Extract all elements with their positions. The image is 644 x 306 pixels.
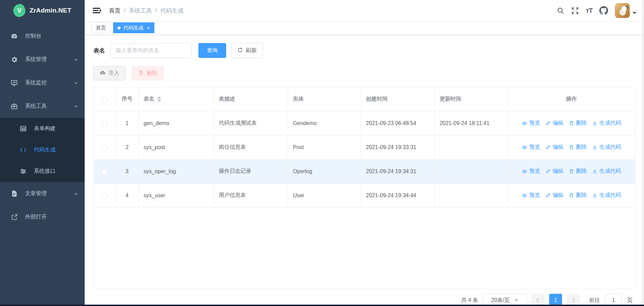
tab-home[interactable]: 首页	[91, 22, 110, 33]
preview-link[interactable]: 预览	[522, 192, 540, 199]
chevron-up-icon	[74, 104, 79, 109]
cell-updated	[435, 159, 508, 183]
cell-updated: 2021-09-24 18:11:41	[435, 111, 508, 135]
prev-page-button[interactable]	[532, 294, 544, 305]
edit-link[interactable]: 编辑	[545, 120, 563, 127]
select-all-checkbox[interactable]	[102, 97, 107, 102]
breadcrumb-home[interactable]: 首页	[109, 7, 121, 15]
close-icon[interactable]: ×	[147, 25, 150, 30]
next-page-button[interactable]	[567, 294, 580, 305]
cell-desc: 岗位信息表	[214, 135, 288, 159]
sidebar-item-label: 系统管理	[25, 56, 47, 63]
fullscreen-icon[interactable]	[571, 7, 579, 15]
cell-created: 2021-09-24 19:33:31	[361, 135, 434, 159]
download-icon	[592, 193, 597, 198]
breadcrumb-separator: /	[124, 7, 126, 14]
app-title: ZrAdmin.NET	[29, 7, 71, 14]
search-icon[interactable]	[557, 7, 564, 15]
chevron-left-icon	[536, 298, 541, 303]
delete-button[interactable]: 删除	[132, 66, 164, 80]
query-button[interactable]: 查询	[198, 43, 226, 58]
chevron-down-icon	[74, 191, 79, 196]
sidebar-item-label: 控制台	[25, 33, 41, 40]
row-checkbox[interactable]	[102, 145, 107, 150]
col-header-entity: 实体	[288, 87, 361, 111]
table-toolbar: 导入 删除	[93, 66, 635, 80]
sidebar-item-system-tools[interactable]: 系统工具	[0, 95, 85, 118]
font-size-icon[interactable]: ᴛT	[586, 7, 593, 15]
sidebar-item-system-api[interactable]: 系统接口	[0, 161, 85, 182]
col-header-name[interactable]: 表名	[139, 87, 214, 111]
logo[interactable]: V ZrAdmin.NET	[0, 0, 85, 21]
app-window: V ZrAdmin.NET 控制台 系统管理	[0, 0, 644, 305]
generate-code-link[interactable]: 生成代码	[592, 168, 621, 175]
sidebar-item-system-manage[interactable]: 系统管理	[0, 48, 85, 71]
tab-code-generation[interactable]: 代码生成 ×	[113, 22, 154, 33]
eye-icon	[522, 193, 527, 198]
page-number-button[interactable]: 1	[549, 294, 562, 305]
sidebar-item-system-monitor[interactable]: 系统监控	[0, 71, 85, 95]
generate-code-link[interactable]: 生成代码	[592, 120, 621, 127]
cell-desc: 用户信息表	[214, 183, 288, 207]
edit-link[interactable]: 编辑	[545, 144, 563, 151]
col-header-actions: 操作	[508, 87, 635, 111]
table-row[interactable]: 3 sys_oper_log 操作日志记录 Operlog 2021-09-24…	[94, 159, 635, 183]
row-checkbox[interactable]	[102, 121, 107, 126]
page-size-select[interactable]: 20条/页	[483, 294, 527, 305]
pagination: 共 4 条 20条/页 1 前往 页	[93, 294, 635, 305]
delete-link[interactable]: 删除	[569, 144, 587, 151]
preview-link[interactable]: 预览	[522, 144, 540, 151]
preview-link[interactable]: 预览	[522, 168, 540, 175]
table-row[interactable]: 4 sys_user 用户信息表 User 2021-09-24 19:34:4…	[94, 183, 635, 207]
table-header-row: 序号 表名 表描述 实体 创建时间 更新时间 操作	[94, 87, 635, 111]
import-button[interactable]: 导入	[93, 66, 126, 80]
delete-link[interactable]: 删除	[569, 192, 587, 199]
github-icon[interactable]	[599, 6, 608, 15]
cell-name: sys_oper_log	[139, 159, 214, 183]
main-area: 首页 / 系统工具 / 代码生成 ᴛT	[85, 0, 644, 305]
download-icon	[592, 145, 597, 150]
sidebar-item-dashboard[interactable]: 控制台	[0, 24, 85, 48]
sidebar-collapse-icon[interactable]	[92, 6, 102, 15]
table-row[interactable]: 2 sys_post 岗位信息表 Post 2021-09-24 19:33:3…	[94, 135, 635, 159]
sidebar-submenu-system-tools: 表单构建 代码生成 系统接口	[0, 118, 85, 182]
window-bottom-edge	[0, 305, 644, 306]
cell-name: sys_user	[139, 183, 214, 207]
eye-icon	[522, 169, 527, 174]
avatar[interactable]	[615, 3, 630, 18]
cell-name: sys_post	[139, 135, 214, 159]
sidebar-item-form-builder[interactable]: 表单构建	[0, 118, 85, 139]
navbar-right: ᴛT	[557, 3, 637, 18]
sidebar-item-label: 代码生成	[34, 146, 56, 154]
cell-updated	[435, 135, 508, 159]
table-row[interactable]: 1 gen_demo 代码生成测试表 Gendemo 2021-09-23 06…	[94, 111, 635, 135]
generate-code-link[interactable]: 生成代码	[592, 192, 621, 199]
preview-link[interactable]: 预览	[522, 120, 540, 127]
chevron-down-icon	[74, 81, 79, 85]
trash-icon	[138, 70, 144, 77]
chevron-right-icon	[571, 298, 575, 303]
data-table: 序号 表名 表描述 实体 创建时间 更新时间 操作	[93, 87, 635, 289]
refresh-button[interactable]: 刷新	[231, 43, 263, 58]
cell-updated	[435, 183, 508, 207]
sidebar-item-label: 系统接口	[34, 168, 56, 175]
trash-icon	[569, 145, 574, 150]
sidebar-item-external-open[interactable]: 外部打开	[0, 205, 85, 229]
download-icon	[592, 169, 597, 174]
goto-page-input[interactable]	[605, 294, 622, 305]
sort-caret-icon[interactable]	[157, 96, 161, 102]
generate-code-link[interactable]: 生成代码	[592, 144, 621, 151]
user-menu[interactable]	[615, 3, 637, 18]
edit-link[interactable]: 编辑	[545, 168, 563, 175]
sidebar-item-label: 文章管理	[25, 190, 47, 197]
row-checkbox[interactable]	[102, 169, 107, 175]
delete-link[interactable]: 删除	[569, 120, 587, 127]
edit-link[interactable]: 编辑	[545, 192, 563, 199]
table-name-input[interactable]	[110, 43, 192, 58]
window-scrollbar[interactable]	[642, 0, 644, 305]
row-checkbox[interactable]	[102, 193, 107, 199]
sidebar-item-article-manage[interactable]: 文章管理	[0, 182, 85, 205]
table-name-label: 表名	[93, 47, 105, 55]
sidebar-item-code-generation[interactable]: 代码生成	[0, 139, 85, 161]
delete-link[interactable]: 删除	[569, 168, 587, 175]
